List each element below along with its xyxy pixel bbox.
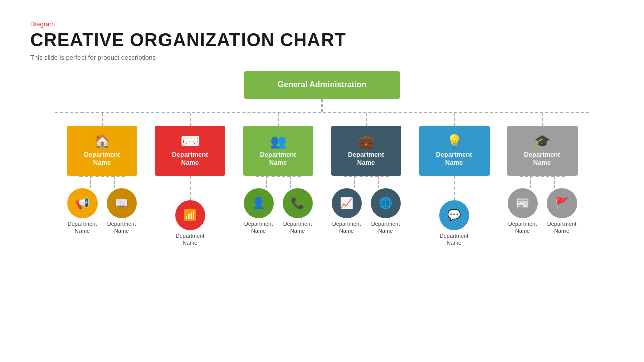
- dept1-sub-h-container: [79, 176, 125, 188]
- dept3-sub-hline: [256, 176, 301, 177]
- department-5: 💡 DepartmentName 💬 DepartmentName: [410, 113, 498, 247]
- dept5-sub-vline: [454, 176, 455, 200]
- dept4-sub-vline-right: [378, 176, 379, 188]
- dept6-sub-nodes: 📰 DepartmentName 🚩 DepartmentName: [505, 188, 580, 235]
- department-2: ⌨ DepartmentName 📶 DepartmentName: [146, 113, 234, 247]
- dept1-sub2-circle: 📖: [107, 188, 137, 218]
- dept3-sub1-circle: 👤: [244, 188, 274, 218]
- dept5-label: DepartmentName: [436, 151, 472, 166]
- top-connector: [321, 99, 323, 112]
- dept6-sub-vline-right: [554, 176, 555, 188]
- dept2-top-connector: [190, 113, 191, 126]
- org-chart: General Administration 🏠 DepartmentName: [30, 71, 614, 247]
- dept4-sub-nodes: 📈 DepartmentName 🌐 DepartmentName: [329, 188, 404, 235]
- dept4-top-connector: [366, 113, 367, 126]
- dept3-sub-nodes: 👤 DepartmentName 📞 DepartmentName: [241, 188, 315, 235]
- dept2-label: DepartmentName: [172, 151, 208, 166]
- header-label: Diagram: [30, 20, 614, 28]
- header: Diagram CREATIVE ORGANIZATION CHART This…: [30, 20, 614, 61]
- dept5-sub1-label: DepartmentName: [437, 232, 472, 247]
- dept3-sub1: 👤 DepartmentName: [241, 188, 276, 235]
- dept6-icon: 🎓: [534, 135, 550, 148]
- dept5-sub1-circle: 💬: [439, 200, 469, 230]
- dept6-sub1-label: DepartmentName: [505, 220, 540, 235]
- dept4-label: DepartmentName: [348, 151, 384, 166]
- dept2-sub1: 📶 DepartmentName: [173, 200, 208, 247]
- department-6: 🎓 DepartmentName 📰 DepartmentName 🚩 D: [498, 113, 586, 247]
- dept5-box: 💡 DepartmentName: [419, 126, 490, 176]
- header-subtitle: This slide is perfect for product descri…: [30, 54, 614, 61]
- dept3-top-connector: [278, 113, 279, 126]
- header-title: CREATIVE ORGANIZATION CHART: [30, 30, 614, 51]
- dept1-sub1-label: DepartmentName: [65, 220, 100, 235]
- dept4-sub1: 📈 DepartmentName: [329, 188, 364, 235]
- department-3: 👥 DepartmentName 👤 DepartmentName 📞 D: [234, 113, 322, 247]
- department-4: 💼 DepartmentName 📈 DepartmentName 🌐 D: [322, 113, 410, 247]
- dept1-sub-vline-right: [114, 176, 115, 188]
- dept6-sub1-circle: 📰: [508, 188, 538, 218]
- dept6-sub2-circle: 🚩: [547, 188, 577, 218]
- top-node-label: General Administration: [278, 80, 366, 89]
- dept5-icon: 💡: [446, 135, 462, 148]
- dept2-sub1-circle: 📶: [175, 200, 205, 230]
- dept1-label: DepartmentName: [84, 151, 120, 166]
- dept1-box: 🏠 DepartmentName: [67, 126, 137, 176]
- dept2-box: ⌨ DepartmentName: [155, 126, 225, 176]
- department-1: 🏠 DepartmentName 📢 DepartmentName 📖: [58, 113, 146, 247]
- dept3-sub2-circle: 📞: [283, 188, 313, 218]
- dept3-box: 👥 DepartmentName: [243, 126, 313, 176]
- dept6-sub1: 📰 DepartmentName: [505, 188, 540, 235]
- departments-row: 🏠 DepartmentName 📢 DepartmentName 📖: [45, 113, 599, 247]
- dept3-sub2-label: DepartmentName: [280, 220, 315, 235]
- dept6-sub-h-container: [520, 176, 565, 188]
- dept1-icon: 🏠: [94, 135, 110, 148]
- dept1-sub-hline: [79, 176, 125, 177]
- dept6-sub-vline-left: [530, 176, 531, 188]
- top-node: General Administration: [244, 71, 400, 99]
- dept3-sub-h-container: [256, 176, 301, 188]
- dept4-sub1-label: DepartmentName: [329, 220, 364, 235]
- dept4-sub2-label: DepartmentName: [368, 220, 404, 235]
- dept6-box: 🎓 DepartmentName: [507, 126, 578, 176]
- dept4-sub-hline: [344, 176, 389, 177]
- dept3-icon: 👥: [270, 135, 286, 148]
- dept6-label: DepartmentName: [524, 151, 560, 166]
- slide: Diagram CREATIVE ORGANIZATION CHART This…: [0, 0, 644, 362]
- dept1-sub2-label: DepartmentName: [104, 220, 139, 235]
- dept3-sub1-label: DepartmentName: [241, 220, 276, 235]
- dept1-sub1-circle: 📢: [67, 188, 98, 218]
- dept3-sub-vline-left: [266, 176, 267, 188]
- dept3-sub-vline-right: [290, 176, 291, 188]
- dept1-sub1: 📢 DepartmentName: [65, 188, 100, 235]
- dept4-box: 💼 DepartmentName: [331, 126, 401, 176]
- dept6-sub2: 🚩 DepartmentName: [544, 188, 580, 235]
- dept3-label: DepartmentName: [260, 151, 296, 166]
- dept3-sub2: 📞 DepartmentName: [280, 188, 315, 235]
- dept1-sub-nodes: 📢 DepartmentName 📖 DepartmentName: [65, 188, 139, 235]
- dept4-sub-h-container: [344, 176, 389, 188]
- dept4-icon: 💼: [358, 135, 374, 148]
- dept6-sub-hline: [520, 176, 565, 177]
- dept1-sub2: 📖 DepartmentName: [104, 188, 139, 235]
- dept2-icon: ⌨: [181, 135, 200, 148]
- dept4-sub2: 🌐 DepartmentName: [368, 188, 404, 235]
- dept4-sub1-circle: 📈: [332, 188, 362, 218]
- dept1-sub-vline-left: [90, 176, 91, 188]
- dept6-top-connector: [542, 113, 543, 126]
- dept5-top-connector: [454, 113, 455, 126]
- dept4-sub2-circle: 🌐: [371, 188, 401, 218]
- dept1-top-connector: [102, 113, 103, 126]
- dept2-sub-vline: [190, 176, 191, 200]
- dept5-sub1: 💬 DepartmentName: [437, 200, 472, 247]
- dept6-sub2-label: DepartmentName: [544, 220, 580, 235]
- dept4-sub-vline-left: [354, 176, 355, 188]
- dept2-sub1-label: DepartmentName: [173, 232, 208, 247]
